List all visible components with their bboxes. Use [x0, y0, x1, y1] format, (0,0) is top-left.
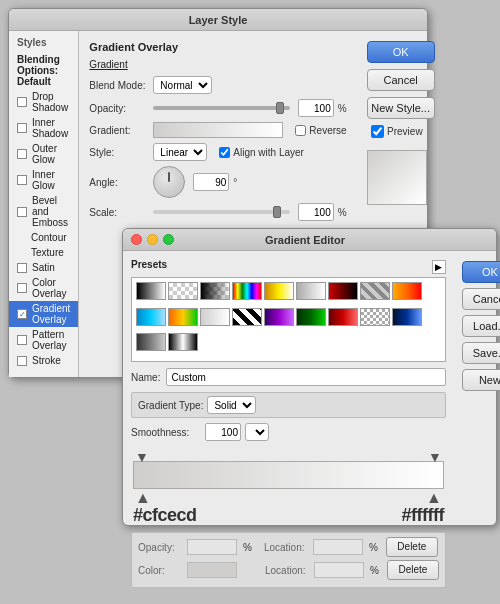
reverse-checkbox[interactable] — [295, 125, 306, 136]
top-stop-right[interactable]: ▼ — [428, 449, 442, 461]
ge-load-button[interactable]: Load... — [462, 315, 500, 337]
inner-shadow-checkbox[interactable] — [17, 123, 27, 133]
scale-row: Scale: % — [89, 203, 346, 221]
angle-knob[interactable] — [153, 166, 185, 198]
inner-glow-checkbox[interactable] — [17, 175, 27, 185]
stops-location-input1[interactable] — [313, 539, 363, 555]
pattern-overlay-checkbox[interactable] — [17, 335, 27, 345]
opacity-stops-row: Opacity: % Location: % Delete — [138, 537, 439, 557]
layer-style-titlebar: Layer Style — [9, 9, 427, 31]
opacity-input[interactable]: 100 — [298, 99, 334, 117]
gradient-stops-top: ▼ ▼ — [131, 449, 446, 461]
style-select[interactable]: Linear — [153, 143, 207, 161]
sidebar-item-satin[interactable]: Satin — [9, 260, 78, 275]
preset-swatch[interactable] — [232, 308, 262, 326]
color-overlay-checkbox[interactable] — [17, 283, 27, 293]
preset-swatch[interactable] — [200, 282, 230, 300]
preset-swatch[interactable] — [392, 308, 422, 326]
sidebar-item-texture[interactable]: Texture — [9, 245, 78, 260]
close-traffic-light[interactable] — [131, 234, 142, 245]
sidebar-item-outer-glow[interactable]: Outer Glow — [9, 141, 78, 167]
gradient-row: Gradient: Reverse — [89, 122, 346, 138]
styles-panel-title: Styles — [9, 35, 78, 52]
presets-expand-icon[interactable]: ▶ — [432, 260, 446, 274]
preset-swatch[interactable] — [232, 282, 262, 300]
stroke-checkbox[interactable] — [17, 356, 27, 366]
name-input[interactable] — [166, 368, 445, 386]
align-with-layer-checkbox[interactable] — [219, 147, 230, 158]
sidebar-item-label: Pattern Overlay — [32, 329, 70, 351]
reverse-label[interactable]: Reverse — [295, 125, 346, 136]
bevel-emboss-checkbox[interactable] — [17, 207, 27, 217]
preset-swatch[interactable] — [296, 308, 326, 326]
drop-shadow-checkbox[interactable] — [17, 97, 27, 107]
smoothness-unit-select[interactable]: % — [245, 423, 269, 441]
sidebar-item-label: Outer Glow — [32, 143, 70, 165]
preset-swatch[interactable] — [264, 308, 294, 326]
preset-swatch[interactable] — [264, 282, 294, 300]
sidebar-item-stroke[interactable]: Stroke — [9, 353, 78, 368]
preset-swatch[interactable] — [392, 282, 422, 300]
sidebar-item-blending-options[interactable]: Blending Options: Default — [9, 52, 78, 89]
new-style-button[interactable]: New Style... — [367, 97, 435, 119]
stops-opacity-input[interactable] — [187, 539, 237, 555]
preview-checkbox[interactable] — [371, 125, 384, 138]
ok-button[interactable]: OK — [367, 41, 435, 63]
cancel-button[interactable]: Cancel — [367, 69, 435, 91]
section-title: Gradient Overlay — [89, 41, 346, 53]
gradient-main-bar[interactable] — [133, 461, 444, 489]
stops-color-input[interactable] — [187, 562, 237, 578]
gradient-type-select[interactable]: Solid — [207, 396, 256, 414]
angle-input[interactable] — [193, 173, 229, 191]
sidebar-item-bevel-emboss[interactable]: Bevel and Emboss — [9, 193, 78, 230]
minimize-traffic-light[interactable] — [147, 234, 158, 245]
preset-swatch[interactable] — [136, 333, 166, 351]
color-delete-button[interactable]: Delete — [387, 560, 439, 580]
sidebar-item-contour[interactable]: Contour — [9, 230, 78, 245]
preset-swatch[interactable] — [328, 282, 358, 300]
preset-swatch[interactable] — [136, 282, 166, 300]
sidebar-item-inner-shadow[interactable]: Inner Shadow — [9, 115, 78, 141]
preset-swatch[interactable] — [360, 282, 390, 300]
ge-ok-button[interactable]: OK — [462, 261, 500, 283]
bottom-stop-left[interactable]: ▲ — [135, 489, 151, 505]
align-with-layer-label[interactable]: Align with Layer — [219, 147, 304, 158]
scale-slider[interactable] — [153, 210, 289, 214]
presets-label: Presets — [131, 259, 167, 270]
sidebar-item-color-overlay[interactable]: Color Overlay — [9, 275, 78, 301]
sidebar-item-label: Bevel and Emboss — [32, 195, 70, 228]
satin-checkbox[interactable] — [17, 263, 27, 273]
outer-glow-checkbox[interactable] — [17, 149, 27, 159]
stops-location-input2[interactable] — [314, 562, 364, 578]
preset-swatch[interactable] — [168, 333, 198, 351]
ge-new-button[interactable]: New — [462, 369, 500, 391]
preset-swatch[interactable] — [168, 282, 198, 300]
top-stop-left[interactable]: ▼ — [135, 449, 149, 461]
opacity-delete-button[interactable]: Delete — [386, 537, 438, 557]
zoom-traffic-light[interactable] — [163, 234, 174, 245]
preset-swatch[interactable] — [296, 282, 326, 300]
sidebar-item-label: Color Overlay — [32, 277, 70, 299]
smoothness-input[interactable] — [205, 423, 241, 441]
sidebar-item-inner-glow[interactable]: Inner Glow — [9, 167, 78, 193]
bottom-stop-right[interactable]: ▲ — [426, 489, 442, 505]
sidebar-item-label: Inner Glow — [32, 169, 70, 191]
preset-swatch[interactable] — [328, 308, 358, 326]
gradient-editor-right-buttons: OK Cancel Load... Save... New — [454, 251, 500, 525]
blend-mode-label: Blend Mode: — [89, 80, 149, 91]
scale-input[interactable] — [298, 203, 334, 221]
sidebar-item-pattern-overlay[interactable]: Pattern Overlay — [9, 327, 78, 353]
preset-swatch[interactable] — [168, 308, 198, 326]
sidebar-item-gradient-overlay[interactable]: ✓ Gradient Overlay — [9, 301, 78, 327]
sidebar-item-drop-shadow[interactable]: Drop Shadow — [9, 89, 78, 115]
preset-swatch[interactable] — [200, 308, 230, 326]
smoothness-row: Smoothness: % — [131, 423, 446, 441]
preset-swatch[interactable] — [360, 308, 390, 326]
gradient-preview[interactable] — [153, 122, 283, 138]
blend-mode-select[interactable]: Normal — [153, 76, 212, 94]
gradient-overlay-checkbox[interactable]: ✓ — [17, 309, 27, 319]
sidebar-item-label: Gradient Overlay — [32, 303, 70, 325]
ge-save-button[interactable]: Save... — [462, 342, 500, 364]
preset-swatch[interactable] — [136, 308, 166, 326]
ge-cancel-button[interactable]: Cancel — [462, 288, 500, 310]
